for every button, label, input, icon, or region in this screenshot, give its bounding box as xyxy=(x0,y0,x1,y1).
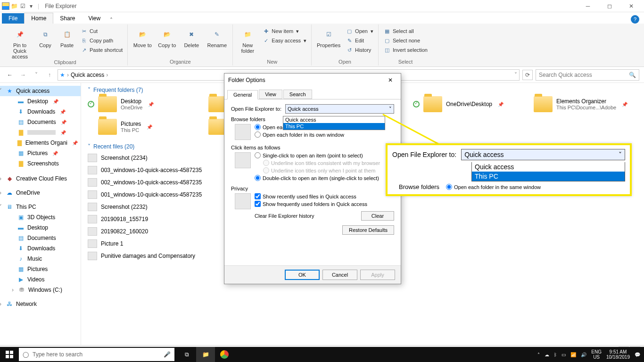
paste-shortcut-button[interactable]: ↗Paste shortcut xyxy=(79,46,124,54)
callout-radio-same[interactable]: Open each folder in the same window xyxy=(446,184,541,190)
open-button[interactable]: ▢Open▾ xyxy=(345,27,374,35)
nav-pictures-pc[interactable]: ▦Pictures xyxy=(0,264,81,274)
dropdown-option-this-pc[interactable]: This PC xyxy=(283,123,385,130)
tray-up-icon[interactable]: ˄ xyxy=(537,352,540,357)
nav-windows-c[interactable]: ›⛃Windows (C:) xyxy=(0,285,81,295)
recent-locations-button[interactable]: ˅ xyxy=(31,70,41,80)
copy-button[interactable]: ⧉Copy xyxy=(36,25,55,48)
search-input[interactable]: Search Quick access 🔍 xyxy=(536,69,639,81)
select-all-button[interactable]: ▦Select all xyxy=(382,27,429,35)
minimize-button[interactable]: ─ xyxy=(577,0,599,12)
ok-button[interactable]: OK xyxy=(285,270,320,280)
select-none-button[interactable]: ▢Select none xyxy=(382,36,429,45)
checkbox-frequent-folders[interactable]: Show frequently used folders in Quick ac… xyxy=(255,201,394,207)
dialog-close-button[interactable]: ✕ xyxy=(384,77,397,83)
paste-button[interactable]: 📋Paste xyxy=(58,25,76,48)
nav-documents-pc[interactable]: ▤Documents xyxy=(0,233,81,243)
maximize-button[interactable]: ◻ xyxy=(599,0,620,12)
refresh-button[interactable]: ⟳ xyxy=(522,70,533,80)
clear-button[interactable]: Clear xyxy=(361,211,394,221)
nav-downloads[interactable]: ⬇Downloads📌 xyxy=(0,107,81,117)
callout-dropdown[interactable]: Quick access This PC xyxy=(471,162,625,181)
taskbar-search[interactable]: ◯ Type here to search 🎤 xyxy=(19,348,174,361)
tray-time[interactable]: 9:51 AM xyxy=(606,349,630,354)
cut-button[interactable]: ✂Cut xyxy=(79,27,124,35)
dialog-tab-view[interactable]: View xyxy=(259,90,282,99)
nav-videos[interactable]: ▶Videos xyxy=(0,274,81,285)
nav-downloads-pc[interactable]: ⬇Downloads xyxy=(0,243,81,254)
move-to-button[interactable]: 📂Move to xyxy=(132,25,153,48)
qat-new-folder-icon[interactable]: 📁 xyxy=(10,2,18,10)
pin-to-quick-access-button[interactable]: 📌Pin to Quick access xyxy=(7,25,33,59)
frequent-folder-elements[interactable]: Elements OrganizerThis PC\Docume...\Adob… xyxy=(534,96,637,112)
tray-wifi-icon[interactable]: 📶 xyxy=(570,352,576,357)
nav-onedrive[interactable]: ›☁OneDrive xyxy=(0,188,81,198)
tray-notifications-icon[interactable]: 💬 xyxy=(635,352,640,357)
dropdown-option-quick-access[interactable]: Quick access xyxy=(283,116,385,123)
easy-access-button[interactable]: ✓Easy access▾ xyxy=(261,36,307,45)
open-explorer-dropdown[interactable]: Quick access This PC xyxy=(283,116,385,130)
new-item-button[interactable]: ✚New item▾ xyxy=(261,27,307,35)
nav-redacted[interactable]: ▇📌 xyxy=(0,127,81,138)
tray-battery-icon[interactable]: ▭ xyxy=(561,352,566,357)
nav-creative-cloud[interactable]: ›◆Creative Cloud Files xyxy=(0,173,81,184)
radio-single-click[interactable]: Single-click to open an item (point to s… xyxy=(255,152,380,158)
nav-documents[interactable]: ▤Documents📌 xyxy=(0,117,81,127)
back-button[interactable]: ← xyxy=(5,70,15,80)
nav-elements-organizer[interactable]: ▇Elements Organi📌 xyxy=(0,138,81,148)
edit-button[interactable]: ✎Edit xyxy=(345,36,374,45)
qat-properties-icon[interactable]: ☑ xyxy=(19,2,26,10)
tray-lang[interactable]: ENG xyxy=(591,349,602,354)
properties-button[interactable]: ☑Properties xyxy=(315,25,342,48)
taskbar-chrome-button[interactable] xyxy=(215,347,234,362)
radio-own-window[interactable]: Open each folder in its own window xyxy=(255,132,349,138)
new-folder-button[interactable]: 📁New folder xyxy=(237,25,258,54)
dialog-tab-general[interactable]: General xyxy=(227,90,258,99)
copy-to-button[interactable]: 📂Copy to xyxy=(156,25,178,48)
callout-option-quick-access[interactable]: Quick access xyxy=(472,162,625,172)
qat-dropdown-icon[interactable]: ▾ xyxy=(27,2,35,10)
nav-music[interactable]: ♪Music xyxy=(0,254,81,264)
up-button[interactable]: ↑ xyxy=(44,70,55,80)
restore-defaults-button[interactable]: Restore Defaults xyxy=(342,225,394,235)
start-button[interactable] xyxy=(0,351,19,358)
nav-network[interactable]: ›🖧Network xyxy=(0,299,81,309)
frequent-folder-pictures[interactable]: PicturesThis PC 📌 xyxy=(88,119,191,135)
tray-bluetooth-icon[interactable]: ᛒ xyxy=(554,352,557,357)
frequent-folder-onedrive-desktop[interactable]: OneDrive\Desktop 📌 xyxy=(413,96,517,112)
nav-3d-objects[interactable]: ▣3D Objects xyxy=(0,212,81,222)
task-view-button[interactable]: ⧉ xyxy=(177,347,196,362)
tab-home[interactable]: Home xyxy=(24,13,53,24)
tab-view[interactable]: View xyxy=(82,13,107,24)
invert-selection-button[interactable]: ◫Invert selection xyxy=(382,46,429,54)
nav-pictures[interactable]: ▦Pictures📌 xyxy=(0,148,81,158)
forward-button[interactable]: → xyxy=(18,70,28,80)
apply-button[interactable]: Apply xyxy=(360,270,395,280)
tab-share[interactable]: Share xyxy=(53,13,82,24)
breadcrumb[interactable]: Quick access xyxy=(71,72,104,78)
collapse-ribbon-icon[interactable]: ˄ xyxy=(107,17,116,24)
nav-quick-access[interactable]: ˅★Quick access xyxy=(0,86,81,96)
nav-desktop-pc[interactable]: ▬Desktop xyxy=(0,222,81,233)
address-dropdown-icon[interactable]: ˅ xyxy=(514,72,517,78)
frequent-folder-desktop[interactable]: DesktopOneDrive 📌 xyxy=(88,96,191,112)
open-explorer-select[interactable]: Quick access˅ xyxy=(285,104,394,114)
dialog-tab-search[interactable]: Search xyxy=(283,90,312,99)
tab-file[interactable]: File xyxy=(2,13,24,24)
help-icon[interactable]: ? xyxy=(631,15,639,24)
tray-volume-icon[interactable]: 🔊 xyxy=(581,352,586,357)
taskbar-explorer-button[interactable]: 📁 xyxy=(196,347,215,362)
nav-this-pc[interactable]: ˅🖥This PC xyxy=(0,202,81,212)
callout-select[interactable]: Quick access˅ xyxy=(461,149,625,160)
checkbox-recent-files[interactable]: Show recently used files in Quick access xyxy=(255,193,394,199)
tray-onedrive-icon[interactable]: ☁ xyxy=(545,352,549,357)
history-button[interactable]: ↺History xyxy=(345,46,374,54)
cancel-button[interactable]: Cancel xyxy=(322,270,357,280)
close-button[interactable]: ✕ xyxy=(620,0,642,12)
nav-desktop[interactable]: ▬Desktop📌 xyxy=(0,96,81,107)
copy-path-button[interactable]: ⎘Copy path xyxy=(79,36,124,45)
rename-button[interactable]: ✎Rename xyxy=(205,25,229,48)
radio-double-click[interactable]: Double-click to open an item (single-cli… xyxy=(255,175,380,181)
mic-icon[interactable]: 🎤 xyxy=(164,351,171,358)
nav-screenshots[interactable]: ▇Screenshots xyxy=(0,158,81,169)
